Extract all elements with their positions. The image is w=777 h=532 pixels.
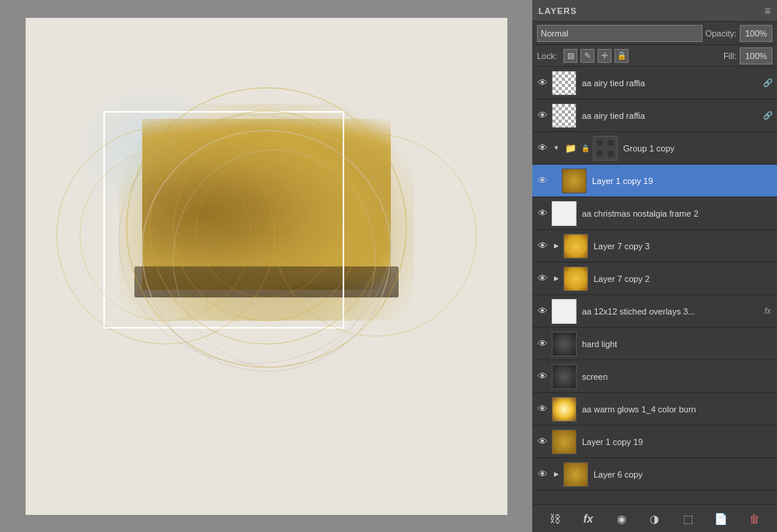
group-arrow-icon[interactable]: ▶ (552, 274, 561, 283)
layer-item[interactable]: 👁 hard light (532, 328, 777, 360)
layer-name: Layer 1 copy 19 (579, 437, 774, 447)
add-layer-style-btn[interactable]: fx (579, 509, 598, 528)
lock-row: Lock: ▨ ✎ ✛ 🔒 Fill: 100% (532, 45, 777, 67)
layer-item[interactable]: 👁 screen (532, 360, 777, 393)
layer-item[interactable]: 👁 aa airy tied raffia 🔗 (532, 99, 777, 132)
layer-thumbnail (552, 332, 577, 356)
fill-input[interactable]: 100% (740, 47, 772, 64)
layer-thumbnail (552, 397, 577, 422)
layer-item[interactable]: 👁 aa warm glows 1_4 color burn (532, 393, 777, 426)
layer-name: Group 1 copy (620, 144, 774, 153)
fill-label: Fill: (723, 51, 737, 61)
layer-item[interactable]: 👁 Layer 1 copy 19 (532, 426, 777, 458)
layer-name: aa christmas nostalgia frame 2 (579, 209, 774, 218)
lock-label: Lock: (537, 51, 557, 61)
layer-name: Layer 7 copy 3 (591, 242, 774, 251)
svg-point-11 (608, 140, 614, 146)
layer-thumbnail (552, 299, 577, 324)
layer-link-icon: 🔗 (761, 77, 774, 89)
opacity-input[interactable]: 100% (740, 25, 772, 42)
lock-transparent-btn[interactable]: ▨ (563, 49, 577, 63)
panel-menu-icon[interactable]: ≡ (765, 5, 771, 17)
layer-name: Layer 1 copy 19 (589, 176, 774, 186)
link-layers-btn[interactable]: ⛓ (545, 509, 564, 528)
delete-layer-btn[interactable]: 🗑 (745, 509, 764, 528)
layer-name: Layer 6 copy (591, 470, 774, 479)
eye-icon[interactable]: 👁 (535, 370, 549, 384)
canvas-content (26, 18, 507, 515)
layer-name: aa warm glows 1_4 color burn (579, 405, 774, 414)
layer-lock-icon: 🔒 (580, 143, 591, 154)
opacity-row: Opacity: 100% (706, 25, 772, 42)
blend-mode-row: Normal Multiply Screen Overlay Hard Ligh… (532, 22, 777, 45)
panel-title: LAYERS (538, 6, 577, 16)
layer-item[interactable]: 👁 aa christmas nostalgia frame 2 (532, 197, 777, 230)
eye-icon[interactable]: 👁 (535, 174, 549, 188)
add-mask-btn[interactable]: ◉ (612, 509, 631, 528)
lock-icons: ▨ ✎ ✛ 🔒 (563, 49, 629, 63)
eye-icon[interactable]: 👁 (535, 402, 549, 416)
eye-icon[interactable]: 👁 (535, 337, 549, 351)
layer-item[interactable]: 👁 ▶ Layer 6 copy (532, 458, 777, 491)
layers-panel: LAYERS ≡ Normal Multiply Screen Overlay … (532, 0, 777, 532)
layer-name: hard light (579, 339, 774, 349)
eye-icon[interactable]: 👁 (535, 239, 549, 253)
eye-icon[interactable]: 👁 (535, 435, 549, 449)
layer-item[interactable]: 👁 Layer 1 copy 19 (532, 165, 777, 197)
layer-thumbnail (552, 429, 577, 454)
layer-thumbnail (562, 169, 587, 193)
layer-link-icon: 🔗 (761, 110, 774, 122)
lock-position-btn[interactable]: ✛ (598, 49, 611, 63)
canvas-area (0, 0, 532, 532)
white-frame (103, 111, 344, 329)
layer-name: aa airy tied raffia (579, 78, 759, 88)
eye-icon[interactable]: 👁 (535, 468, 549, 482)
layer-thumbnail (552, 71, 577, 96)
layer-thumbnail (552, 201, 577, 226)
layers-toolbar: ⛓ fx ◉ ◑ ⬚ 📄 🗑 (532, 504, 777, 532)
group-arrow-icon[interactable]: ▼ (552, 144, 561, 153)
svg-point-13 (608, 151, 614, 157)
create-adjustment-btn[interactable]: ◑ (645, 509, 664, 528)
layer-item[interactable]: 👁 aa 12x12 stiched overlays 3... fx (532, 295, 777, 328)
layer-thumbnail (563, 462, 588, 487)
lock-image-btn[interactable]: ✎ (580, 49, 594, 63)
group-arrow-icon[interactable]: ▶ (552, 242, 561, 251)
fill-row: Fill: 100% (723, 47, 772, 64)
layer-item[interactable]: 👁 aa airy tied raffia 🔗 (532, 67, 777, 99)
eye-icon[interactable]: 👁 (535, 304, 549, 318)
group-folder-icon: 📁 (563, 141, 577, 155)
layer-fx-icon: fx (761, 305, 774, 318)
svg-point-10 (597, 140, 603, 146)
group-arrow-icon[interactable]: ▶ (552, 470, 561, 479)
svg-point-12 (597, 151, 603, 157)
lock-all-btn[interactable]: 🔒 (615, 49, 629, 63)
layer-thumbnail (593, 136, 618, 161)
layer-thumbnail (563, 266, 588, 291)
create-layer-btn[interactable]: 📄 (712, 509, 730, 528)
layer-thumbnail (563, 234, 588, 259)
panel-header: LAYERS ≡ (532, 0, 777, 22)
layer-name: aa airy tied raffia (579, 111, 759, 120)
layer-name: screen (579, 372, 774, 381)
layers-list[interactable]: 👁 aa airy tied raffia 🔗 👁 aa airy tied r… (532, 67, 777, 504)
layer-thumbnail (552, 103, 577, 128)
layer-item[interactable]: 👁 ▶ Layer 7 copy 2 (532, 263, 777, 295)
eye-icon[interactable]: 👁 (535, 76, 549, 90)
eye-icon[interactable]: 👁 (535, 272, 549, 286)
opacity-label: Opacity: (706, 29, 737, 38)
blend-mode-select[interactable]: Normal Multiply Screen Overlay Hard Ligh… (537, 25, 702, 42)
layer-item[interactable]: 👁 ▼ 📁 🔒 Group 1 copy (532, 132, 777, 165)
eye-icon[interactable]: 👁 (535, 141, 549, 155)
create-group-btn[interactable]: ⬚ (678, 509, 697, 528)
canvas-document (26, 18, 507, 515)
eye-icon[interactable]: 👁 (535, 207, 549, 221)
layer-item[interactable]: 👁 ▶ Layer 7 copy 3 (532, 230, 777, 263)
eye-icon[interactable]: 👁 (535, 109, 549, 123)
layer-thumbnail (552, 364, 577, 389)
layer-name: aa 12x12 stiched overlays 3... (579, 307, 759, 316)
layer-name: Layer 7 copy 2 (591, 274, 774, 283)
